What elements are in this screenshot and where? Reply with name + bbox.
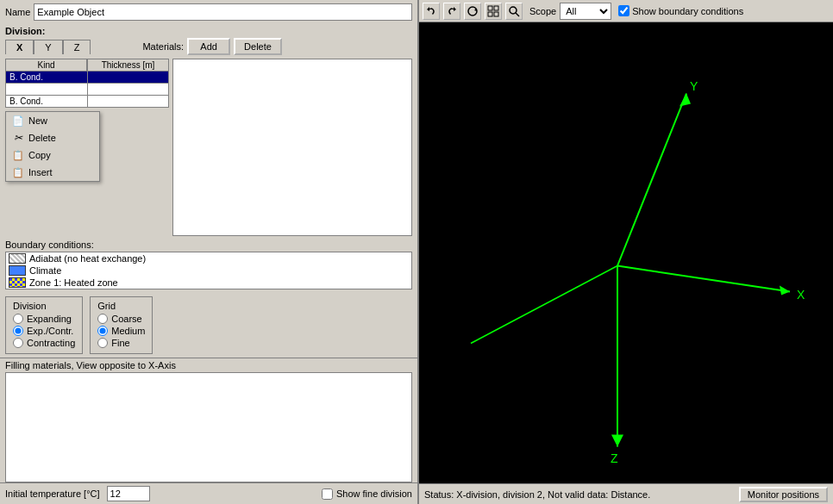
insert-icon: 📋 <box>11 165 25 179</box>
rotate-icon <box>467 5 479 17</box>
radio-expanding-label: Expanding <box>27 314 72 324</box>
radio-expanding-input[interactable] <box>13 314 23 324</box>
bottom-bar: Initial temperature [°C] Show fine divis… <box>0 482 417 504</box>
context-menu: 📄 New ✂ Delete 📋 Copy 📋 Insert <box>5 111 100 182</box>
radio-fine-label: Fine <box>111 338 129 348</box>
svg-rect-2 <box>494 6 498 10</box>
zoom-icon <box>508 5 520 17</box>
materials-list[interactable] <box>172 59 412 236</box>
division-tabs: X Y Z <box>5 40 91 54</box>
materials-label: Materials: <box>142 41 184 52</box>
menu-delete-label: Delete <box>28 133 56 143</box>
svg-line-7 <box>617 266 790 292</box>
menu-new[interactable]: 📄 New <box>6 112 99 129</box>
menu-delete[interactable]: ✂ Delete <box>6 129 99 146</box>
initial-temp-input[interactable] <box>107 486 150 501</box>
materials-area <box>172 59 412 236</box>
label-climate: Climate <box>29 265 61 276</box>
content-area: Kind Thickness [m] B. Cond. B. Cond. <box>0 55 417 236</box>
boundary-item-zone1[interactable]: Zone 1: Heated zone <box>6 277 411 289</box>
add-button[interactable]: Add <box>187 38 230 55</box>
radio-contracting-label: Contracting <box>27 338 75 348</box>
boundary-item-adiabat[interactable]: Adiabat (no heat exchange) <box>6 252 411 264</box>
radio-coarse[interactable]: Coarse <box>97 314 145 324</box>
toolbar-btn-2[interactable] <box>443 3 460 20</box>
left-status-bar: Filling materials, View opposite to X-Ax… <box>0 358 417 372</box>
table-row[interactable]: B. Cond. <box>5 72 169 84</box>
show-fine-row: Show fine division <box>322 488 412 500</box>
right-bottom: Status: X-division, division 2, Not vali… <box>419 483 833 504</box>
color-climate <box>9 265 26 276</box>
toolbar-btn-zoom[interactable] <box>505 3 523 20</box>
show-boundary-checkbox[interactable] <box>618 5 629 16</box>
svg-rect-1 <box>488 6 492 10</box>
radio-coarse-input[interactable] <box>97 314 108 324</box>
table-header: Kind Thickness [m] <box>5 59 169 72</box>
right-status-text: Status: X-division, division 2, Not vali… <box>424 489 650 500</box>
radio-contracting[interactable]: Contracting <box>13 338 75 348</box>
toolbar-btn-3[interactable] <box>464 3 481 20</box>
boundary-list: Adiabat (no heat exchange) Climate Zone … <box>5 252 412 289</box>
svg-point-5 <box>510 7 517 14</box>
right-panel: Scope All Show boundary conditions X Y <box>419 0 833 504</box>
radio-contracting-input[interactable] <box>13 338 23 348</box>
table-area: Kind Thickness [m] B. Cond. B. Cond. <box>5 59 169 236</box>
scope-select[interactable]: All <box>560 3 611 20</box>
tab-z[interactable]: Z <box>63 40 91 54</box>
left-panel: Name Division: X Y Z Materials: Add Dele… <box>0 0 419 504</box>
boundary-section: Boundary conditions: Adiabat (no heat ex… <box>0 236 417 293</box>
monitor-positions-button[interactable]: Monitor positions <box>739 487 828 502</box>
right-toolbar: Scope All Show boundary conditions <box>419 0 833 22</box>
division-grid-row: Division Expanding Exp./Contr. Contracti… <box>0 293 417 358</box>
svg-marker-8 <box>780 286 790 296</box>
delete-button[interactable]: Delete <box>234 38 282 55</box>
radio-fine-input[interactable] <box>97 338 108 348</box>
cell-kind: B. Cond. <box>6 96 88 107</box>
division-group-title: Division <box>13 301 75 311</box>
radio-expanding[interactable]: Expanding <box>13 314 75 324</box>
svg-text:Y: Y <box>690 79 698 93</box>
cell-thickness <box>88 96 169 107</box>
cell-kind: B. Cond. <box>6 72 88 83</box>
scope-label: Scope <box>529 6 556 16</box>
cell-thickness <box>88 84 169 95</box>
radio-medium-label: Medium <box>111 326 145 336</box>
name-input[interactable] <box>34 3 412 21</box>
svg-line-10 <box>617 94 686 266</box>
svg-line-6 <box>516 13 519 16</box>
table-row[interactable] <box>5 84 169 96</box>
svg-point-0 <box>468 7 477 16</box>
toolbar-btn-4[interactable] <box>485 3 502 20</box>
menu-insert[interactable]: 📋 Insert <box>6 164 99 181</box>
cell-thickness <box>88 72 169 83</box>
color-zone1 <box>9 277 26 288</box>
radio-medium[interactable]: Medium <box>97 326 145 336</box>
svg-line-16 <box>471 266 617 344</box>
status-text: Filling materials, View opposite to X-Ax… <box>5 360 176 370</box>
svg-rect-3 <box>488 12 492 16</box>
filling-area <box>5 372 412 482</box>
menu-copy[interactable]: 📋 Copy <box>6 146 99 164</box>
radio-medium-input[interactable] <box>97 326 108 336</box>
name-row: Name <box>0 0 417 24</box>
grid-icon <box>487 5 499 17</box>
show-fine-checkbox[interactable] <box>322 488 333 500</box>
toolbar-btn-1[interactable] <box>423 3 440 20</box>
redo-icon <box>446 5 458 17</box>
show-boundary-row: Show boundary conditions <box>618 5 743 16</box>
menu-new-label: New <box>28 115 47 126</box>
tab-x[interactable]: X <box>5 40 34 54</box>
svg-text:Z: Z <box>611 451 618 465</box>
show-fine-label: Show fine division <box>336 488 412 499</box>
boundary-item-climate[interactable]: Climate <box>6 264 411 277</box>
undo-icon <box>425 5 437 17</box>
radio-exp-contr-label: Exp./Contr. <box>27 326 73 336</box>
svg-marker-14 <box>611 435 623 447</box>
new-icon: 📄 <box>11 114 25 128</box>
radio-exp-contr[interactable]: Exp./Contr. <box>13 326 75 336</box>
radio-exp-contr-input[interactable] <box>13 326 23 336</box>
radio-fine[interactable]: Fine <box>97 338 145 348</box>
table-row[interactable]: B. Cond. <box>5 96 169 108</box>
menu-copy-label: Copy <box>28 150 51 160</box>
tab-y[interactable]: Y <box>34 40 62 54</box>
